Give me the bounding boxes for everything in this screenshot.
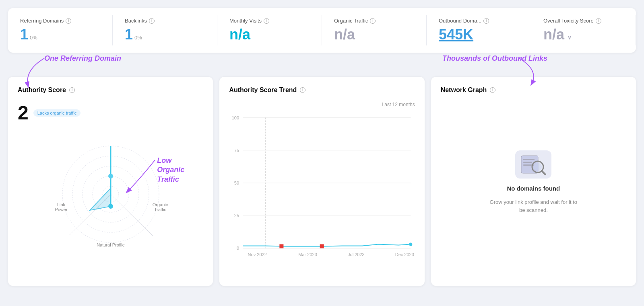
organic-traffic-value: n/a [334,26,414,43]
svg-text:Natural Profile: Natural Profile [97,242,125,247]
backlinks-value: 1 0% [125,26,205,43]
authority-score-panel: Authority Score i 2 Lacks organic traffi… [8,77,213,286]
referring-domains-info-icon[interactable]: i [66,18,71,24]
svg-point-11 [108,174,113,179]
svg-marker-8 [90,188,111,210]
authority-score-badge: Lacks organic traffic [33,109,81,117]
trend-title: Authority Score Trend i [229,86,415,94]
svg-text:100: 100 [232,115,239,120]
svg-text:Link: Link [57,202,66,207]
backlinks-info-icon[interactable]: i [149,18,155,24]
svg-point-10 [108,204,113,209]
svg-text:Jul 2023: Jul 2023 [348,252,365,257]
svg-text:Traffic: Traffic [154,207,166,212]
trend-info-icon[interactable]: i [300,87,305,93]
svg-rect-37 [523,162,532,163]
authority-score-number: 2 Lacks organic traffic [18,102,203,124]
svg-line-41 [542,171,545,175]
svg-text:25: 25 [234,213,239,218]
radar-svg: Link Power Organic Traffic Natural Profi… [46,132,175,253]
toxicity-dropdown-icon[interactable]: ∨ [568,35,572,41]
svg-rect-36 [523,159,535,160]
backlinks-percent: 0% [134,35,142,41]
authority-score-trend-panel: Authority Score Trend i Last 12 months 1… [219,77,424,286]
referring-domains-value: 1 0% [20,26,100,43]
metric-referring-domains-label: Referring Domains i [20,18,100,24]
metric-monthly-visits-label: Monthly Visits i [229,18,310,24]
metric-backlinks-label: Backlinks i [125,18,205,24]
svg-line-7 [111,194,153,236]
svg-text:Organic: Organic [152,202,168,207]
metric-organic-traffic: Organic Traffic i n/a [322,15,427,45]
svg-rect-28 [280,244,284,248]
trend-period: Last 12 months [382,102,415,107]
svg-text:Dec 2023: Dec 2023 [395,252,414,257]
metric-organic-traffic-label: Organic Traffic i [334,18,414,24]
svg-text:50: 50 [234,181,239,185]
toxicity-value: n/a ∨ [543,26,623,43]
trend-svg: 100 75 50 25 0 [229,111,415,263]
svg-rect-29 [320,244,324,248]
svg-text:75: 75 [234,148,239,153]
referring-domains-percent: 0% [30,35,37,41]
authority-score-info-icon[interactable]: i [69,87,75,93]
no-data-container: No domains found Grow your link profile … [441,102,626,263]
no-data-desc: Grow your link profile and wait for it t… [489,198,578,214]
outbound-domains-info-icon[interactable]: i [483,18,489,24]
outbound-domains-value[interactable]: 545K [439,26,519,43]
annotation-referring-domain-text: One Referring Domain [44,54,121,63]
no-data-title: No domains found [507,185,560,192]
metric-monthly-visits: Monthly Visits i n/a [217,15,322,45]
network-graph-title: Network Graph i [441,86,626,94]
svg-text:Mar 2023: Mar 2023 [299,252,318,257]
annotation-outbound-links-text: Thousands of Outbound Links [442,54,547,63]
radar-chart: Link Power Organic Traffic Natural Profi… [18,132,203,261]
no-domains-icon [515,150,551,179]
annotation-outbound-links: Thousands of Outbound Links [442,54,547,63]
toxicity-info-icon[interactable]: i [596,18,601,24]
panels-row: Authority Score i 2 Lacks organic traffi… [8,77,636,286]
metric-backlinks: Backlinks i 1 0% [113,15,217,45]
metric-referring-domains: Referring Domains i 1 0% [8,15,113,45]
network-graph-panel: Network Graph i No domains found [431,77,636,286]
metric-outbound-domains-label: Outbound Doma... i [439,18,519,24]
svg-point-40 [534,163,542,171]
metric-toxicity-label: Overall Toxicity Score i [543,18,623,24]
svg-point-30 [409,242,413,246]
network-graph-info-icon[interactable]: i [490,87,495,93]
organic-traffic-info-icon[interactable]: i [370,18,376,24]
authority-score-title: Authority Score i [18,86,203,94]
svg-text:Power: Power [55,207,68,212]
monthly-visits-value: n/a [229,26,310,43]
monthly-visits-info-icon[interactable]: i [264,18,269,24]
svg-text:0: 0 [237,246,239,251]
trend-chart: 100 75 50 25 0 [229,111,415,263]
metric-toxicity-score: Overall Toxicity Score i n/a ∨ [531,15,636,45]
metric-outbound-domains: Outbound Doma... i 545K [427,15,531,45]
metrics-bar: Referring Domains i 1 0% Backlinks i 1 0… [8,8,636,53]
svg-text:Nov 2022: Nov 2022 [248,252,267,257]
